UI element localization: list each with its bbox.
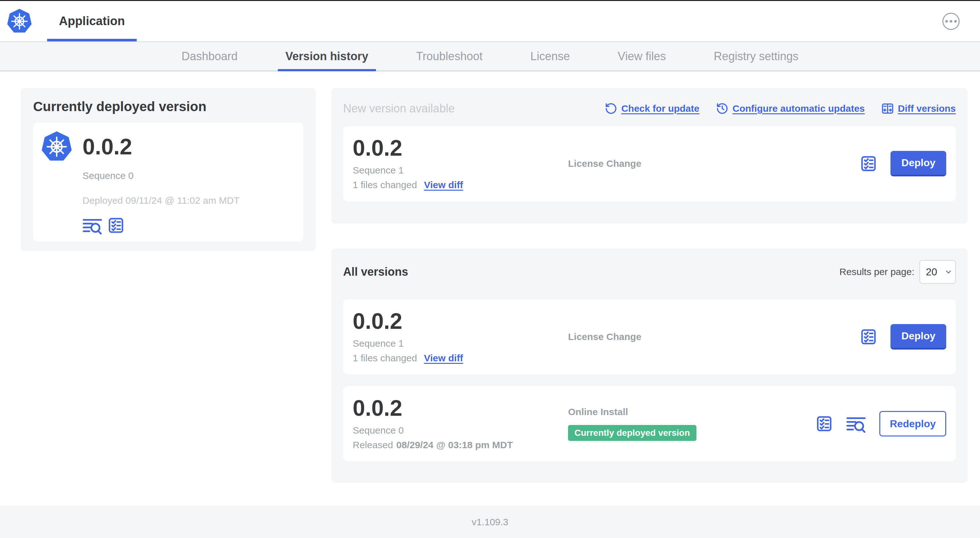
preflight-checks-icon[interactable] bbox=[860, 328, 877, 345]
deploy-button[interactable]: Deploy bbox=[891, 324, 946, 349]
version-source: License Change bbox=[568, 158, 860, 169]
console-version: v1.109.3 bbox=[471, 517, 508, 527]
right-column: New version available Check for update C… bbox=[331, 88, 967, 482]
redeploy-button[interactable]: Redeploy bbox=[879, 411, 946, 436]
version-sequence: Sequence 1 bbox=[353, 165, 568, 176]
version-source: License Change bbox=[568, 332, 860, 342]
kubernetes-version-icon bbox=[41, 132, 72, 162]
current-version-number: 0.0.2 bbox=[83, 136, 132, 158]
tab-registry-settings[interactable]: Registry settings bbox=[714, 42, 799, 71]
new-version-title: New version available bbox=[343, 102, 455, 115]
version-number: 0.0.2 bbox=[353, 137, 568, 159]
check-for-update-link[interactable]: Check for update bbox=[605, 102, 699, 115]
tab-dashboard[interactable]: Dashboard bbox=[181, 42, 238, 71]
view-diff-link[interactable]: View diff bbox=[424, 353, 463, 363]
current-version-card: 0.0.2 Sequence 0 Deployed 09/11/24 @ 11:… bbox=[33, 122, 303, 241]
view-logs-icon[interactable] bbox=[846, 415, 866, 432]
released-timestamp: 08/29/24 @ 03:18 pm MDT bbox=[396, 440, 513, 451]
currently-deployed-panel: Currently deployed version 0.0.2 Sequenc… bbox=[21, 88, 316, 251]
configure-automatic-updates-link[interactable]: Configure automatic updates bbox=[716, 102, 865, 115]
tab-version-history[interactable]: Version history bbox=[285, 42, 368, 71]
tab-troubleshoot[interactable]: Troubleshoot bbox=[416, 42, 483, 71]
overflow-menu-button[interactable] bbox=[942, 13, 959, 30]
current-version-deployed-timestamp: Deployed 09/11/24 @ 11:02 am MDT bbox=[83, 195, 295, 206]
version-sequence: Sequence 0 bbox=[353, 425, 568, 436]
released-label: Released bbox=[353, 440, 393, 451]
active-tab-underline bbox=[278, 69, 376, 71]
deploy-button[interactable]: Deploy bbox=[891, 151, 946, 176]
new-version-panel: New version available Check for update C… bbox=[331, 88, 967, 224]
active-app-tab-underline bbox=[47, 39, 137, 41]
app-header: Application bbox=[0, 1, 980, 41]
version-row: 0.0.2 Sequence 1 1 files changed View di… bbox=[343, 299, 956, 375]
ellipsis-icon bbox=[945, 20, 957, 22]
version-history-page: Currently deployed version 0.0.2 Sequenc… bbox=[0, 71, 980, 482]
files-changed-label: 1 files changed bbox=[353, 179, 417, 190]
tab-view-files[interactable]: View files bbox=[618, 42, 666, 71]
version-source: Online Install bbox=[568, 406, 816, 417]
console-nav: Dashboard Version history Troubleshoot L… bbox=[0, 41, 980, 71]
files-changed-label: 1 files changed bbox=[353, 353, 417, 363]
diff-versions-link[interactable]: Diff versions bbox=[881, 102, 956, 115]
app-tab-label: Application bbox=[59, 14, 125, 28]
results-per-page-label: Results per page: bbox=[840, 267, 914, 277]
view-diff-link[interactable]: View diff bbox=[424, 179, 463, 190]
tab-license[interactable]: License bbox=[530, 42, 570, 71]
schedule-icon bbox=[716, 102, 729, 115]
view-logs-icon[interactable] bbox=[83, 217, 102, 234]
version-row: 0.0.2 Sequence 0 Released 08/29/24 @ 03:… bbox=[343, 386, 956, 461]
currently-deployed-badge: Currently deployed version bbox=[568, 425, 697, 441]
new-version-row: 0.0.2 Sequence 1 1 files changed View di… bbox=[343, 126, 956, 201]
results-per-page-select[interactable]: 20 bbox=[920, 260, 956, 284]
version-sequence: Sequence 1 bbox=[353, 338, 568, 349]
app-tab-application[interactable]: Application bbox=[47, 1, 137, 41]
preflight-checks-icon[interactable] bbox=[816, 415, 833, 432]
preflight-checks-icon[interactable] bbox=[107, 217, 124, 234]
version-number: 0.0.2 bbox=[353, 397, 568, 419]
currently-deployed-title: Currently deployed version bbox=[33, 99, 303, 114]
all-versions-title: All versions bbox=[343, 265, 408, 279]
kubernetes-logo-icon bbox=[7, 9, 32, 34]
all-versions-panel: All versions Results per page: 20 0.0.2 bbox=[331, 249, 967, 482]
version-number: 0.0.2 bbox=[353, 310, 568, 332]
refresh-icon bbox=[605, 102, 617, 115]
preflight-checks-icon[interactable] bbox=[860, 155, 877, 172]
diff-icon bbox=[881, 102, 894, 115]
current-version-sequence: Sequence 0 bbox=[83, 170, 295, 181]
console-footer: v1.109.3 bbox=[0, 506, 980, 538]
